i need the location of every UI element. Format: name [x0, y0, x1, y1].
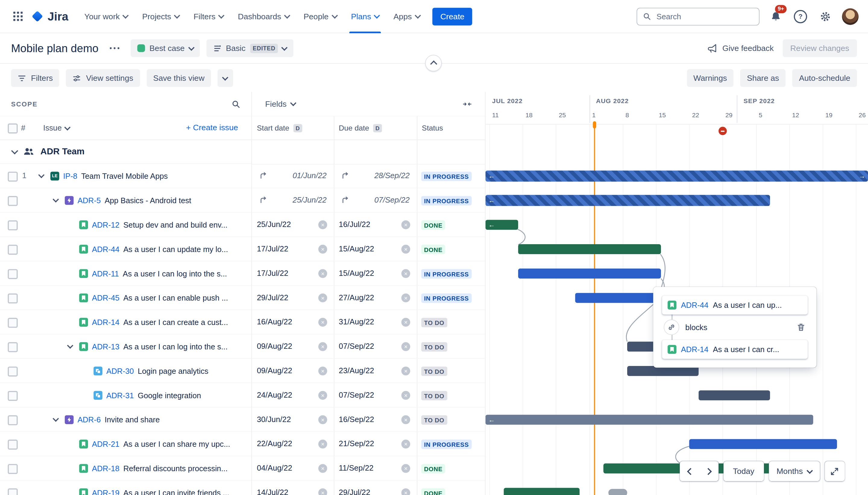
timeline-bar-adr-31[interactable]	[699, 390, 770, 400]
column-header-issue[interactable]: Issue	[43, 124, 70, 132]
start-date-cell[interactable]: 17/Jul/22×	[252, 261, 334, 285]
clear-start-date-button[interactable]: ×	[318, 440, 327, 448]
release-marker-icon[interactable]	[719, 127, 727, 135]
start-date-cell[interactable]: 30/Jun/22×	[252, 408, 334, 431]
clear-due-date-button[interactable]: ×	[401, 391, 410, 400]
row-checkbox[interactable]	[8, 440, 18, 449]
nav-item-apps[interactable]: Apps	[386, 0, 427, 33]
clear-due-date-button[interactable]: ×	[401, 293, 410, 302]
issue-key-link[interactable]: ADR-44	[681, 301, 708, 309]
issue-key-link[interactable]: IP-8	[63, 171, 77, 180]
scope-row-adr-19[interactable]: ADR-19As a user I can invite friends ...	[0, 480, 251, 495]
start-date-cell[interactable]: 29/Jul/22×	[252, 286, 334, 310]
clear-due-date-button[interactable]: ×	[401, 342, 410, 351]
issue-key-link[interactable]: ADR-13	[92, 342, 119, 351]
issue-key-link[interactable]: ADR-5	[77, 195, 101, 204]
nav-item-your-work[interactable]: Your work	[77, 0, 135, 33]
scope-row-adr-13[interactable]: ADR-13As a user I can log into the s...	[0, 334, 251, 359]
issue-key-link[interactable]: ADR-30	[106, 366, 134, 375]
clear-due-date-button[interactable]: ×	[401, 366, 410, 375]
clear-due-date-button[interactable]: ×	[401, 220, 410, 229]
status-cell[interactable]: TO DO	[417, 310, 486, 334]
nav-item-filters[interactable]: Filters	[186, 0, 230, 33]
team-group-row[interactable]: ADR Team	[0, 140, 251, 164]
timeline-bar-adr-5[interactable]: ←	[486, 195, 770, 206]
warnings-button[interactable]: Warnings	[687, 69, 734, 87]
start-date-cell[interactable]: 25/Jun/22×	[252, 212, 334, 236]
status-cell[interactable]: DONE	[417, 237, 486, 261]
clear-due-date-button[interactable]: ×	[401, 318, 410, 326]
status-cell[interactable]: TO DO	[417, 359, 486, 382]
more-menu-button[interactable]	[105, 45, 124, 52]
due-date-cell[interactable]: 29/Jul/22×	[334, 480, 417, 495]
start-date-cell[interactable]: 22/Aug/22×	[252, 432, 334, 456]
save-view-button[interactable]: Save this view	[146, 69, 211, 87]
start-date-cell[interactable]: 04/Aug/22×	[252, 456, 334, 480]
start-date-cell[interactable]: 09/Aug/22×	[252, 334, 334, 358]
due-date-cell[interactable]: 16/Jul/22×	[334, 212, 417, 236]
column-header-status[interactable]: Status	[422, 116, 443, 140]
scenario-selector[interactable]: Best case	[131, 39, 200, 57]
scope-row-adr-45[interactable]: ADR-45As a user I can enable push ...	[0, 286, 251, 310]
clear-due-date-button[interactable]: ×	[401, 488, 410, 495]
clear-start-date-button[interactable]: ×	[318, 391, 327, 400]
scope-row-adr-11[interactable]: ADR-11As a user I can log into the s...	[0, 261, 251, 286]
status-cell[interactable]: IN PROGRESS	[417, 286, 486, 310]
select-all-checkbox[interactable]	[8, 124, 18, 134]
issue-key-link[interactable]: ADR-45	[92, 293, 119, 302]
expand-toggle[interactable]	[51, 418, 61, 421]
issue-key-link[interactable]: ADR-31	[106, 391, 134, 399]
clear-due-date-button[interactable]: ×	[401, 440, 410, 448]
clear-due-date-button[interactable]: ×	[401, 464, 410, 473]
fullscreen-button[interactable]	[824, 461, 845, 481]
column-header-due-date[interactable]: Due dateD	[339, 116, 382, 140]
scope-row-adr-18[interactable]: ADR-18Referral discounts processin...	[0, 456, 251, 480]
global-search[interactable]	[637, 7, 760, 25]
timeline-bar-adr-12[interactable]: ←	[486, 220, 518, 230]
expand-toggle[interactable]	[51, 199, 61, 201]
nav-item-projects[interactable]: Projects	[135, 0, 187, 33]
jira-logo[interactable]: Jira	[31, 10, 68, 23]
issue-key-link[interactable]: ADR-14	[92, 318, 119, 326]
clear-start-date-button[interactable]: ×	[318, 415, 327, 424]
due-date-cell[interactable]: 07/Sep/22×	[334, 334, 417, 358]
scope-row-adr-30[interactable]: ADR-30Login page analytics	[0, 359, 251, 383]
start-date-cell[interactable]: 17/Jul/22×	[252, 237, 334, 261]
scope-row-adr-6[interactable]: ADR-6Invite and share	[0, 408, 251, 432]
clear-start-date-button[interactable]: ×	[318, 318, 327, 326]
dependency-from-issue[interactable]: ADR-44 As a user I can up...	[662, 296, 808, 314]
clear-start-date-button[interactable]: ×	[318, 464, 327, 473]
search-input[interactable]	[656, 12, 753, 21]
row-checkbox[interactable]	[8, 293, 18, 303]
start-date-cell[interactable]: 24/Aug/22×	[252, 383, 334, 407]
due-date-cell[interactable]: 07/Sep/22×	[334, 383, 417, 407]
start-date-cell[interactable]: 09/Aug/22×	[252, 359, 334, 382]
due-date-cell[interactable]: 16/Sep/22×	[334, 408, 417, 431]
nav-item-dashboards[interactable]: Dashboards	[230, 0, 296, 33]
status-cell[interactable]: DONE	[417, 456, 486, 480]
auto-schedule-button[interactable]: Auto-schedule	[792, 69, 857, 87]
share-as-button[interactable]: Share as	[740, 69, 786, 87]
settings-button[interactable]	[816, 7, 834, 25]
issue-key-link[interactable]: ADR-21	[92, 439, 119, 448]
delete-dependency-button[interactable]	[795, 322, 806, 333]
row-checkbox[interactable]	[8, 342, 18, 352]
expand-toggle[interactable]	[65, 345, 75, 347]
row-checkbox[interactable]	[8, 318, 18, 328]
scroll-left-button[interactable]	[680, 461, 699, 481]
scope-row-adr-5[interactable]: ADR-5App Basics - Android test	[0, 188, 251, 212]
status-cell[interactable]: IN PROGRESS	[417, 432, 486, 456]
clear-start-date-button[interactable]: ×	[318, 269, 327, 278]
status-cell[interactable]: IN PROGRESS	[417, 261, 486, 285]
row-checkbox[interactable]	[8, 391, 18, 401]
issue-key-link[interactable]: ADR-19	[92, 488, 119, 495]
row-checkbox[interactable]	[8, 366, 18, 377]
clear-start-date-button[interactable]: ×	[318, 342, 327, 351]
start-date-cell[interactable]: 14/Jul/22×	[252, 480, 334, 495]
start-date-cell[interactable]: 01/Jun/22	[252, 164, 334, 188]
status-cell[interactable]: DONE	[417, 212, 486, 236]
profile-button[interactable]	[841, 7, 859, 25]
timeline-bar-adr-19[interactable]	[504, 488, 580, 495]
give-feedback-button[interactable]: Give feedback	[707, 43, 774, 53]
today-button[interactable]: Today	[724, 461, 764, 481]
